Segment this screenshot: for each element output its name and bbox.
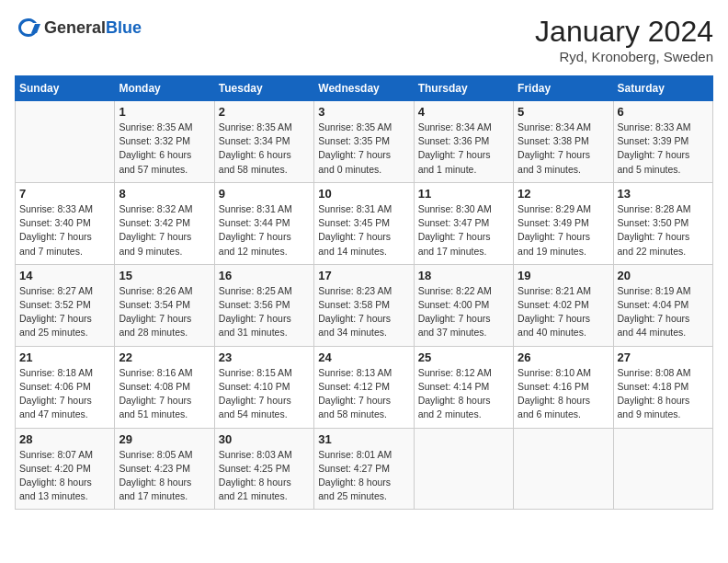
day-number: 9	[219, 187, 310, 201]
calendar-cell: 31Sunrise: 8:01 AMSunset: 4:27 PMDayligh…	[314, 428, 414, 510]
day-info: Sunrise: 8:21 AMSunset: 4:02 PMDaylight:…	[518, 284, 609, 340]
day-number: 20	[618, 269, 709, 282]
day-number: 4	[418, 105, 509, 119]
calendar-cell: 12Sunrise: 8:29 AMSunset: 3:49 PMDayligh…	[514, 182, 613, 264]
calendar-week-row: 14Sunrise: 8:27 AMSunset: 3:52 PMDayligh…	[16, 264, 713, 346]
calendar-cell: 5Sunrise: 8:34 AMSunset: 3:38 PMDaylight…	[514, 101, 613, 183]
calendar-week-row: 28Sunrise: 8:07 AMSunset: 4:20 PMDayligh…	[16, 428, 713, 510]
day-number: 8	[119, 187, 210, 201]
calendar-cell: 3Sunrise: 8:35 AMSunset: 3:35 PMDaylight…	[314, 101, 414, 183]
day-info: Sunrise: 8:26 AMSunset: 3:54 PMDaylight:…	[119, 284, 210, 340]
weekday-header: Sunday	[16, 76, 115, 101]
day-number: 12	[518, 187, 609, 201]
header-row: SundayMondayTuesdayWednesdayThursdayFrid…	[16, 76, 713, 101]
location-title: Ryd, Kronoberg, Sweden	[535, 49, 713, 64]
calendar-table: SundayMondayTuesdayWednesdayThursdayFrid…	[15, 75, 713, 510]
weekday-header: Wednesday	[314, 76, 414, 101]
calendar-cell	[514, 428, 613, 510]
calendar-cell: 7Sunrise: 8:33 AMSunset: 3:40 PMDaylight…	[16, 182, 115, 264]
calendar-cell: 18Sunrise: 8:22 AMSunset: 4:00 PMDayligh…	[414, 264, 513, 346]
calendar-cell: 28Sunrise: 8:07 AMSunset: 4:20 PMDayligh…	[16, 428, 115, 510]
day-info: Sunrise: 8:19 AMSunset: 4:04 PMDaylight:…	[618, 284, 709, 340]
calendar-week-row: 7Sunrise: 8:33 AMSunset: 3:40 PMDaylight…	[16, 182, 713, 264]
day-number: 23	[219, 350, 310, 364]
day-info: Sunrise: 8:07 AMSunset: 4:20 PMDaylight:…	[19, 448, 110, 504]
day-info: Sunrise: 8:32 AMSunset: 3:42 PMDaylight:…	[119, 202, 210, 259]
day-number: 15	[119, 269, 210, 282]
calendar-cell: 30Sunrise: 8:03 AMSunset: 4:25 PMDayligh…	[214, 428, 313, 510]
calendar-cell: 17Sunrise: 8:23 AMSunset: 3:58 PMDayligh…	[314, 264, 414, 346]
day-number: 2	[219, 105, 310, 119]
calendar-cell: 14Sunrise: 8:27 AMSunset: 3:52 PMDayligh…	[16, 264, 115, 346]
calendar-cell	[414, 428, 513, 510]
day-info: Sunrise: 8:10 AMSunset: 4:16 PMDaylight:…	[518, 366, 609, 422]
calendar-cell: 27Sunrise: 8:08 AMSunset: 4:18 PMDayligh…	[613, 346, 712, 428]
calendar-cell: 9Sunrise: 8:31 AMSunset: 3:44 PMDaylight…	[214, 182, 313, 264]
page-header: GeneralBlue January 2024 Ryd, Kronoberg,…	[15, 15, 713, 64]
calendar-cell: 24Sunrise: 8:13 AMSunset: 4:12 PMDayligh…	[314, 346, 414, 428]
day-number: 6	[618, 105, 709, 119]
calendar-cell: 8Sunrise: 8:32 AMSunset: 3:42 PMDaylight…	[115, 182, 214, 264]
day-number: 11	[418, 187, 509, 201]
calendar-cell: 1Sunrise: 8:35 AMSunset: 3:32 PMDaylight…	[115, 101, 214, 183]
day-number: 31	[318, 432, 409, 446]
day-info: Sunrise: 8:18 AMSunset: 4:06 PMDaylight:…	[19, 366, 110, 422]
calendar-cell: 19Sunrise: 8:21 AMSunset: 4:02 PMDayligh…	[514, 264, 613, 346]
day-info: Sunrise: 8:23 AMSunset: 3:58 PMDaylight:…	[318, 284, 409, 340]
calendar-week-row: 21Sunrise: 8:18 AMSunset: 4:06 PMDayligh…	[16, 346, 713, 428]
weekday-header: Tuesday	[214, 76, 313, 101]
calendar-cell: 15Sunrise: 8:26 AMSunset: 3:54 PMDayligh…	[115, 264, 214, 346]
day-number: 28	[19, 432, 110, 446]
calendar-cell: 2Sunrise: 8:35 AMSunset: 3:34 PMDaylight…	[214, 101, 313, 183]
day-info: Sunrise: 8:05 AMSunset: 4:23 PMDaylight:…	[119, 448, 210, 504]
day-number: 21	[19, 350, 110, 364]
calendar-cell: 21Sunrise: 8:18 AMSunset: 4:06 PMDayligh…	[16, 346, 115, 428]
day-info: Sunrise: 8:30 AMSunset: 3:47 PMDaylight:…	[418, 202, 509, 259]
day-number: 26	[518, 350, 609, 364]
weekday-header: Friday	[514, 76, 613, 101]
day-info: Sunrise: 8:25 AMSunset: 3:56 PMDaylight:…	[219, 284, 310, 340]
weekday-header: Saturday	[613, 76, 712, 101]
day-info: Sunrise: 8:34 AMSunset: 3:36 PMDaylight:…	[418, 121, 509, 177]
day-info: Sunrise: 8:27 AMSunset: 3:52 PMDaylight:…	[19, 284, 110, 340]
day-info: Sunrise: 8:15 AMSunset: 4:10 PMDaylight:…	[219, 366, 310, 422]
calendar-cell: 26Sunrise: 8:10 AMSunset: 4:16 PMDayligh…	[514, 346, 613, 428]
day-number: 16	[219, 269, 310, 282]
calendar-cell	[16, 101, 115, 183]
day-info: Sunrise: 8:35 AMSunset: 3:32 PMDaylight:…	[119, 121, 210, 177]
day-number: 24	[318, 350, 409, 364]
day-info: Sunrise: 8:29 AMSunset: 3:49 PMDaylight:…	[518, 202, 609, 259]
weekday-header: Monday	[115, 76, 214, 101]
calendar-cell: 10Sunrise: 8:31 AMSunset: 3:45 PMDayligh…	[314, 182, 414, 264]
day-number: 13	[618, 187, 709, 201]
day-info: Sunrise: 8:28 AMSunset: 3:50 PMDaylight:…	[618, 202, 709, 259]
calendar-week-row: 1Sunrise: 8:35 AMSunset: 3:32 PMDaylight…	[16, 101, 713, 183]
day-number: 1	[119, 105, 210, 119]
day-number: 14	[19, 269, 110, 282]
calendar-cell: 25Sunrise: 8:12 AMSunset: 4:14 PMDayligh…	[414, 346, 513, 428]
calendar-header: SundayMondayTuesdayWednesdayThursdayFrid…	[16, 76, 713, 101]
day-number: 17	[318, 269, 409, 282]
day-info: Sunrise: 8:12 AMSunset: 4:14 PMDaylight:…	[418, 366, 509, 422]
day-info: Sunrise: 8:01 AMSunset: 4:27 PMDaylight:…	[318, 448, 409, 504]
day-info: Sunrise: 8:33 AMSunset: 3:40 PMDaylight:…	[19, 202, 110, 259]
logo-text: GeneralBlue	[44, 18, 142, 38]
calendar-cell	[613, 428, 712, 510]
day-info: Sunrise: 8:31 AMSunset: 3:44 PMDaylight:…	[219, 202, 310, 259]
day-info: Sunrise: 8:33 AMSunset: 3:39 PMDaylight:…	[618, 121, 709, 177]
day-number: 25	[418, 350, 509, 364]
calendar-cell: 29Sunrise: 8:05 AMSunset: 4:23 PMDayligh…	[115, 428, 214, 510]
month-title: January 2024	[535, 15, 713, 49]
day-info: Sunrise: 8:08 AMSunset: 4:18 PMDaylight:…	[618, 366, 709, 422]
calendar-cell: 23Sunrise: 8:15 AMSunset: 4:10 PMDayligh…	[214, 346, 313, 428]
day-number: 29	[119, 432, 210, 446]
day-number: 7	[19, 187, 110, 201]
day-info: Sunrise: 8:22 AMSunset: 4:00 PMDaylight:…	[418, 284, 509, 340]
day-number: 3	[318, 105, 409, 119]
calendar-cell: 20Sunrise: 8:19 AMSunset: 4:04 PMDayligh…	[613, 264, 712, 346]
day-number: 22	[119, 350, 210, 364]
calendar-cell: 16Sunrise: 8:25 AMSunset: 3:56 PMDayligh…	[214, 264, 313, 346]
day-number: 27	[618, 350, 709, 364]
day-info: Sunrise: 8:13 AMSunset: 4:12 PMDaylight:…	[318, 366, 409, 422]
day-info: Sunrise: 8:34 AMSunset: 3:38 PMDaylight:…	[518, 121, 609, 177]
